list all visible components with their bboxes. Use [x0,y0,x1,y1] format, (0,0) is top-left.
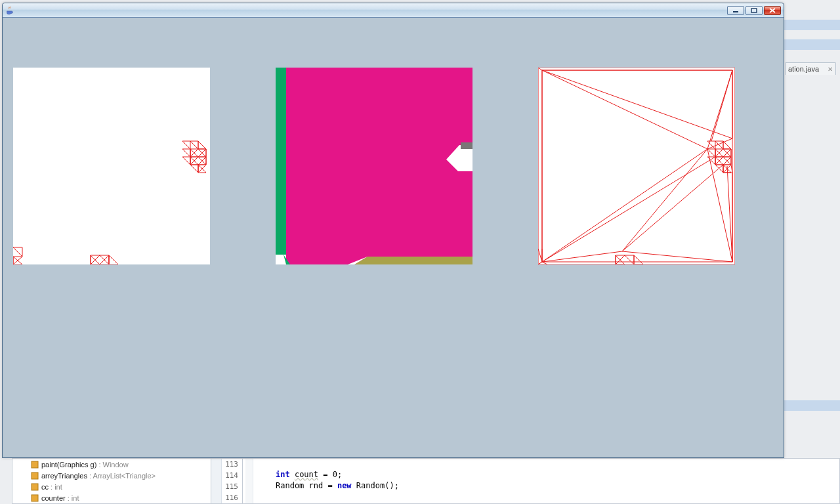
outline-item-type: : ArrayList<Triangle> [89,472,156,480]
svg-rect-16 [538,68,735,264]
svg-rect-7 [276,68,286,255]
minimize-button[interactable] [727,6,744,15]
editor-tab[interactable]: ation.java ✕ [785,62,836,75]
outline-item-name: paint(Graphics g) [41,461,96,469]
outline-item[interactable]: cc : int [12,481,211,492]
ide-bottom-area: paint(Graphics g) : Window arreyTriangle… [12,458,840,504]
outline-item[interactable]: arreyTriangles : ArrayList<Triangle> [12,470,211,481]
code-line: Random rnd = new Random(); [276,480,839,492]
canvas-panel-3 [538,68,735,264]
outline-item-name: cc [41,483,49,491]
outline-item-type: : int [51,483,62,491]
svg-rect-0 [32,461,38,468]
field-icon [31,472,39,480]
tab-close-icon[interactable]: ✕ [828,66,833,73]
svg-marker-10 [354,257,472,264]
maximize-button[interactable] [746,6,763,15]
line-number-gutter: 113 114 115 116 [211,458,243,504]
svg-marker-8 [276,255,286,264]
svg-rect-3 [32,495,38,501]
svg-rect-5 [751,9,757,12]
editor-tab-label: ation.java [788,65,819,73]
canvas-panel-1 [13,68,210,264]
outline-item[interactable]: paint(Graphics g) : Window [12,459,211,470]
maximize-icon [751,8,757,13]
code-line: int count = 0; [276,469,839,480]
code-editor[interactable]: int count = 0; Random rnd = new Random()… [243,458,840,504]
minimize-icon [732,8,739,13]
java-swing-window [2,3,784,458]
titlebar[interactable] [3,3,784,18]
outline-item-type: : int [68,494,79,502]
svg-rect-2 [32,484,38,490]
close-icon [769,8,776,13]
outline-item-name: arreyTriangles [41,472,87,480]
canvas-panel-2 [276,68,472,264]
field-icon [31,494,39,502]
outline-item-type: : Window [98,461,128,469]
outline-panel: paint(Graphics g) : Window arreyTriangle… [12,458,211,504]
swing-content-pane [5,20,781,455]
java-coffee-icon [5,6,14,15]
svg-rect-13 [461,142,472,149]
svg-rect-6 [286,68,472,264]
method-icon [31,461,39,469]
svg-rect-1 [32,472,38,479]
close-button[interactable] [764,6,781,15]
field-icon [31,483,39,491]
outline-item[interactable]: counter : int [12,492,211,503]
outline-item-name: counter [41,494,66,502]
